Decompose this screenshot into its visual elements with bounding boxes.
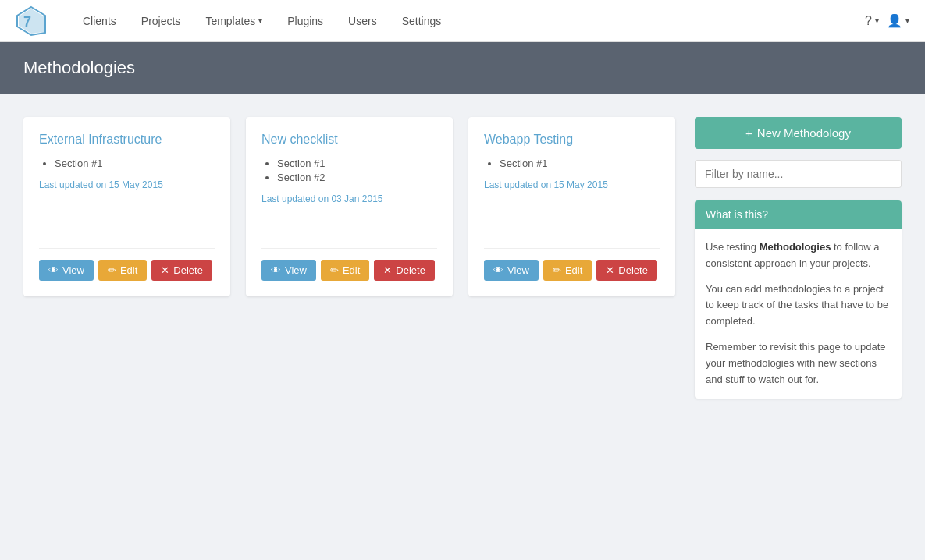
times-icon: ✕	[383, 264, 392, 276]
times-icon: ✕	[606, 264, 614, 276]
page-title: Methodologies	[23, 58, 902, 78]
card-updated-1: Last updated on 03 Jan 2015	[261, 193, 437, 204]
view-button-2[interactable]: 👁 View	[484, 260, 539, 281]
edit-button-0[interactable]: ✏ Edit	[98, 260, 147, 281]
list-item: Section #1	[500, 158, 660, 169]
user-caret-icon: ▾	[905, 16, 909, 25]
methodology-card-0: External Infrastructure Section #1 Last …	[23, 117, 230, 296]
card-divider-2	[484, 248, 660, 249]
plus-icon: +	[745, 126, 752, 140]
card-sections-2: Section #1	[484, 158, 660, 172]
new-methodology-button[interactable]: + New Methodology	[695, 117, 902, 149]
what-is-this-p1: Use testing Methodologies to follow a co…	[706, 239, 891, 272]
delete-button-2[interactable]: ✕ Delete	[596, 260, 657, 281]
eye-icon: 👁	[271, 264, 281, 276]
card-divider-1	[261, 248, 437, 249]
edit-button-2[interactable]: ✏ Edit	[543, 260, 592, 281]
help-button[interactable]: ? ▾	[865, 14, 879, 28]
user-menu-button[interactable]: 👤 ▾	[887, 13, 909, 28]
pencil-icon: ✏	[330, 264, 339, 276]
card-title-2[interactable]: Webapp Testing	[484, 133, 660, 147]
card-updated-0: Last updated on 15 May 2015	[39, 179, 215, 190]
new-methodology-label: New Methodology	[757, 126, 851, 140]
card-title-1[interactable]: New checklist	[261, 133, 437, 147]
nav-users[interactable]: Users	[336, 0, 390, 42]
methodology-card-1: New checklist Section #1 Section #2 Last…	[246, 117, 453, 296]
nav-clients[interactable]: Clients	[70, 0, 129, 42]
user-icon: 👤	[887, 13, 902, 28]
svg-text:7: 7	[23, 14, 31, 30]
nav-settings[interactable]: Settings	[390, 0, 454, 42]
list-item: Section #1	[277, 158, 437, 169]
nav-right: ? ▾ 👤 ▾	[865, 13, 909, 28]
card-actions-0: 👁 View ✏ Edit ✕ Delete	[39, 260, 215, 281]
pencil-icon: ✏	[108, 264, 116, 276]
card-sections-1: Section #1 Section #2	[261, 158, 437, 186]
what-is-this-p2: You can add methodologies to a project t…	[706, 282, 891, 330]
view-button-0[interactable]: 👁 View	[39, 260, 94, 281]
card-divider-0	[39, 248, 215, 249]
card-updated-2: Last updated on 15 May 2015	[484, 179, 660, 190]
cards-area: External Infrastructure Section #1 Last …	[23, 117, 679, 296]
main-content: External Infrastructure Section #1 Last …	[0, 94, 925, 422]
delete-button-0[interactable]: ✕ Delete	[151, 260, 212, 281]
sidebar: + New Methodology What is this? Use test…	[695, 117, 902, 399]
edit-button-1[interactable]: ✏ Edit	[321, 260, 369, 281]
list-item: Section #1	[55, 158, 215, 169]
card-actions-1: 👁 View ✏ Edit ✕ Delete	[261, 260, 437, 281]
logo[interactable]: 7	[16, 5, 47, 37]
eye-icon: 👁	[48, 264, 59, 276]
what-is-this-header: What is this?	[695, 200, 902, 229]
card-actions-2: 👁 View ✏ Edit ✕ Delete	[484, 260, 660, 281]
view-button-1[interactable]: 👁 View	[261, 260, 316, 281]
nav-plugins[interactable]: Plugins	[275, 0, 336, 42]
card-title-0[interactable]: External Infrastructure	[39, 133, 215, 147]
main-nav: 7 Clients Projects Templates ▾ Plugins U…	[0, 0, 925, 42]
filter-input[interactable]	[695, 160, 902, 188]
what-is-this-box: What is this? Use testing Methodologies …	[695, 200, 902, 399]
what-is-this-p3: Remember to revisit this page to update …	[706, 339, 891, 388]
eye-icon: 👁	[493, 264, 503, 276]
help-caret-icon: ▾	[875, 16, 879, 25]
card-sections-0: Section #1	[39, 158, 215, 172]
list-item: Section #2	[277, 172, 437, 183]
templates-caret-icon: ▾	[258, 16, 262, 25]
nav-projects[interactable]: Projects	[129, 0, 194, 42]
times-icon: ✕	[161, 264, 169, 276]
delete-button-1[interactable]: ✕ Delete	[374, 260, 435, 281]
page-header: Methodologies	[0, 42, 925, 94]
help-icon: ?	[865, 14, 872, 28]
what-is-this-body: Use testing Methodologies to follow a co…	[695, 229, 902, 399]
nav-templates[interactable]: Templates ▾	[193, 0, 275, 42]
pencil-icon: ✏	[553, 264, 561, 276]
nav-links: Clients Projects Templates ▾ Plugins Use…	[70, 0, 865, 42]
methodology-card-2: Webapp Testing Section #1 Last updated o…	[468, 117, 675, 296]
